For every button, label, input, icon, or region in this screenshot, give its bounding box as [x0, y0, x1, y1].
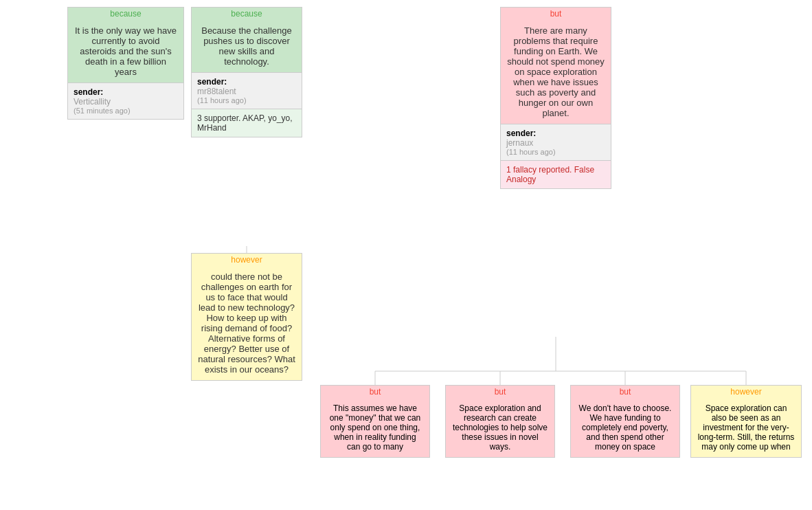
label-but-bn2: but — [446, 386, 554, 398]
node-4-text: There are many problems that require fun… — [501, 20, 611, 124]
bottom-node-1: but This assumes we have one "money" tha… — [320, 385, 430, 458]
node-2: because Because the challenge pushes us … — [191, 7, 302, 137]
node-3-text: could there not be challenges on earth f… — [192, 266, 302, 380]
sender-name-2: mr88talent — [197, 87, 296, 96]
label-but-4: but — [501, 8, 611, 20]
sender-time-2: (11 hours ago) — [197, 96, 296, 104]
node-2-supporters: 3 supporter. AKAP, yo_yo, MrHand — [192, 109, 302, 137]
label-however-3: however — [192, 254, 302, 266]
label-because-1: because — [68, 8, 183, 20]
sender-label-4: sender: — [506, 129, 605, 138]
sender-time-1: (51 minutes ago) — [74, 107, 178, 115]
bottom-node-4: however Space exploration can also be se… — [690, 385, 802, 458]
bottom-node-4-text: Space exploration can also be seen as an… — [691, 398, 801, 457]
bottom-node-2: but Space exploration and research can c… — [445, 385, 555, 458]
node-3: however could there not be challenges on… — [191, 253, 302, 381]
label-because-2: because — [192, 8, 302, 20]
argument-map: because It is the only way we have curre… — [0, 0, 812, 510]
node-2-text: Because the challenge pushes us to disco… — [192, 20, 302, 72]
sender-name-4: jernaux — [506, 138, 605, 148]
node-4-fallacy: 1 fallacy reported. False Analogy — [501, 160, 611, 188]
node-4-meta: sender: jernaux (11 hours ago) — [501, 124, 611, 160]
label-but-bn1: but — [321, 386, 429, 398]
sender-label-1: sender: — [74, 87, 178, 97]
bottom-node-3: but We don't have to choose. We have fun… — [570, 385, 680, 458]
sender-name-1: Verticallity — [74, 97, 178, 107]
bottom-node-2-text: Space exploration and research can creat… — [446, 398, 554, 457]
sender-label-2: sender: — [197, 77, 296, 87]
label-however-bn4: however — [691, 386, 801, 398]
sender-time-4: (11 hours ago) — [506, 148, 605, 156]
node-4: but There are many problems that require… — [500, 7, 611, 189]
node-1: because It is the only way we have curre… — [67, 7, 184, 120]
label-but-bn3: but — [571, 386, 679, 398]
node-2-meta: sender: mr88talent (11 hours ago) — [192, 72, 302, 109]
bottom-node-3-text: We don't have to choose. We have funding… — [571, 398, 679, 457]
bottom-node-1-text: This assumes we have one "money" that we… — [321, 398, 429, 457]
node-1-text: It is the only way we have currently to … — [68, 20, 183, 82]
node-1-meta: sender: Verticallity (51 minutes ago) — [68, 82, 183, 119]
